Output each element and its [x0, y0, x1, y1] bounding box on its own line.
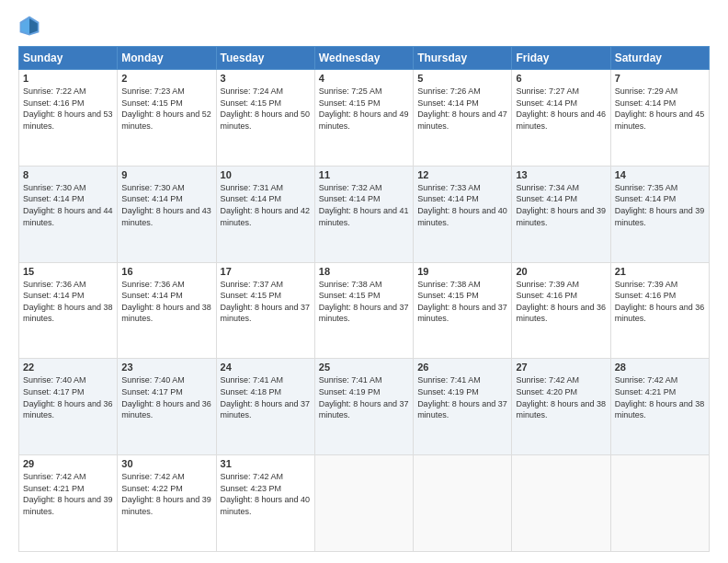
day-number: 26: [417, 362, 507, 373]
day-info: Sunrise: 7:42 AMSunset: 4:22 PMDaylight:…: [121, 472, 211, 516]
calendar-cell: 26 Sunrise: 7:41 AMSunset: 4:19 PMDaylig…: [414, 359, 512, 455]
calendar-cell: 6 Sunrise: 7:27 AMSunset: 4:14 PMDayligh…: [512, 70, 610, 167]
calendar-cell: 14 Sunrise: 7:35 AMSunset: 4:14 PMDaylig…: [610, 166, 709, 262]
day-info: Sunrise: 7:24 AMSunset: 4:15 PMDaylight:…: [221, 86, 311, 131]
calendar-cell: 31 Sunrise: 7:42 AMSunset: 4:23 PMDaylig…: [216, 455, 314, 552]
day-number: 8: [23, 169, 113, 180]
day-number: 29: [23, 458, 113, 469]
day-number: 9: [121, 169, 211, 180]
day-info: Sunrise: 7:42 AMSunset: 4:21 PMDaylight:…: [23, 472, 113, 516]
day-number: 16: [121, 266, 211, 277]
day-info: Sunrise: 7:34 AMSunset: 4:14 PMDaylight:…: [516, 183, 606, 227]
day-number: 20: [516, 266, 606, 277]
calendar-cell: 5 Sunrise: 7:26 AMSunset: 4:14 PMDayligh…: [414, 70, 512, 167]
calendar-cell: 3 Sunrise: 7:24 AMSunset: 4:15 PMDayligh…: [216, 70, 314, 167]
day-number: 13: [516, 169, 606, 180]
weekday-header-tuesday: Tuesday: [216, 47, 314, 70]
calendar-week-2: 8 Sunrise: 7:30 AMSunset: 4:14 PMDayligh…: [19, 166, 710, 262]
day-number: 21: [615, 266, 705, 277]
day-info: Sunrise: 7:40 AMSunset: 4:17 PMDaylight:…: [23, 375, 113, 419]
day-info: Sunrise: 7:41 AMSunset: 4:18 PMDaylight:…: [221, 375, 311, 419]
day-number: 7: [615, 73, 705, 84]
calendar-cell: 4 Sunrise: 7:25 AMSunset: 4:15 PMDayligh…: [314, 70, 413, 167]
day-info: Sunrise: 7:29 AMSunset: 4:14 PMDaylight:…: [615, 86, 705, 131]
day-number: 19: [417, 266, 507, 277]
day-info: Sunrise: 7:42 AMSunset: 4:21 PMDaylight:…: [615, 375, 705, 419]
calendar-cell: 24 Sunrise: 7:41 AMSunset: 4:18 PMDaylig…: [216, 359, 314, 455]
day-info: Sunrise: 7:36 AMSunset: 4:14 PMDaylight:…: [121, 280, 211, 324]
calendar-week-4: 22 Sunrise: 7:40 AMSunset: 4:17 PMDaylig…: [19, 359, 710, 455]
weekday-header-saturday: Saturday: [610, 47, 709, 70]
day-info: Sunrise: 7:30 AMSunset: 4:14 PMDaylight:…: [121, 183, 211, 227]
calendar-cell: 18 Sunrise: 7:38 AMSunset: 4:15 PMDaylig…: [314, 262, 413, 359]
weekday-header-wednesday: Wednesday: [314, 47, 413, 70]
day-number: 6: [516, 73, 606, 84]
calendar-cell: [314, 455, 413, 552]
day-info: Sunrise: 7:41 AMSunset: 4:19 PMDaylight:…: [417, 375, 507, 419]
day-number: 1: [23, 73, 113, 84]
calendar-cell: 9 Sunrise: 7:30 AMSunset: 4:14 PMDayligh…: [118, 166, 216, 262]
calendar-cell: 30 Sunrise: 7:42 AMSunset: 4:22 PMDaylig…: [118, 455, 216, 552]
day-number: 25: [319, 362, 409, 373]
calendar-cell: 13 Sunrise: 7:34 AMSunset: 4:14 PMDaylig…: [512, 166, 610, 262]
calendar-cell: 15 Sunrise: 7:36 AMSunset: 4:14 PMDaylig…: [19, 262, 118, 359]
day-number: 3: [221, 73, 311, 84]
day-number: 28: [615, 362, 705, 373]
day-info: Sunrise: 7:40 AMSunset: 4:17 PMDaylight:…: [121, 375, 211, 419]
day-number: 10: [221, 169, 311, 180]
day-info: Sunrise: 7:37 AMSunset: 4:15 PMDaylight:…: [221, 280, 311, 324]
calendar-cell: 8 Sunrise: 7:30 AMSunset: 4:14 PMDayligh…: [19, 166, 118, 262]
calendar-cell: 23 Sunrise: 7:40 AMSunset: 4:17 PMDaylig…: [118, 359, 216, 455]
day-info: Sunrise: 7:39 AMSunset: 4:16 PMDaylight:…: [516, 280, 606, 324]
calendar-cell: 28 Sunrise: 7:42 AMSunset: 4:21 PMDaylig…: [610, 359, 709, 455]
day-number: 5: [417, 73, 507, 84]
day-number: 22: [23, 362, 113, 373]
day-number: 24: [221, 362, 311, 373]
calendar-week-1: 1 Sunrise: 7:22 AMSunset: 4:16 PMDayligh…: [19, 70, 710, 167]
calendar-cell: 25 Sunrise: 7:41 AMSunset: 4:19 PMDaylig…: [314, 359, 413, 455]
calendar-cell: 11 Sunrise: 7:32 AMSunset: 4:14 PMDaylig…: [314, 166, 413, 262]
calendar-cell: 22 Sunrise: 7:40 AMSunset: 4:17 PMDaylig…: [19, 359, 118, 455]
day-number: 12: [417, 169, 507, 180]
header: [18, 15, 710, 37]
day-number: 17: [221, 266, 311, 277]
day-number: 30: [121, 458, 211, 469]
day-number: 18: [319, 266, 409, 277]
day-info: Sunrise: 7:25 AMSunset: 4:15 PMDaylight:…: [319, 86, 409, 131]
day-info: Sunrise: 7:33 AMSunset: 4:14 PMDaylight:…: [417, 183, 507, 227]
calendar-cell: 2 Sunrise: 7:23 AMSunset: 4:15 PMDayligh…: [118, 70, 216, 167]
day-number: 31: [221, 458, 311, 469]
day-info: Sunrise: 7:23 AMSunset: 4:15 PMDaylight:…: [121, 86, 211, 131]
weekday-header-monday: Monday: [118, 47, 216, 70]
day-number: 27: [516, 362, 606, 373]
day-number: 23: [121, 362, 211, 373]
day-info: Sunrise: 7:35 AMSunset: 4:14 PMDaylight:…: [615, 183, 705, 227]
day-info: Sunrise: 7:30 AMSunset: 4:14 PMDaylight:…: [23, 183, 113, 227]
day-info: Sunrise: 7:42 AMSunset: 4:20 PMDaylight:…: [516, 375, 606, 419]
logo: [18, 15, 44, 37]
day-info: Sunrise: 7:26 AMSunset: 4:14 PMDaylight:…: [417, 86, 507, 131]
calendar-cell: 7 Sunrise: 7:29 AMSunset: 4:14 PMDayligh…: [610, 70, 709, 167]
day-info: Sunrise: 7:38 AMSunset: 4:15 PMDaylight:…: [319, 280, 409, 324]
day-info: Sunrise: 7:32 AMSunset: 4:14 PMDaylight:…: [319, 183, 409, 227]
day-info: Sunrise: 7:31 AMSunset: 4:14 PMDaylight:…: [221, 183, 311, 227]
day-info: Sunrise: 7:39 AMSunset: 4:16 PMDaylight:…: [615, 280, 705, 324]
weekday-header-thursday: Thursday: [414, 47, 512, 70]
calendar-cell: [610, 455, 709, 552]
day-number: 11: [319, 169, 409, 180]
calendar-table: SundayMondayTuesdayWednesdayThursdayFrid…: [18, 46, 710, 552]
weekday-header-row: SundayMondayTuesdayWednesdayThursdayFrid…: [19, 47, 710, 70]
day-number: 2: [121, 73, 211, 84]
day-info: Sunrise: 7:27 AMSunset: 4:14 PMDaylight:…: [516, 86, 606, 131]
calendar-cell: 21 Sunrise: 7:39 AMSunset: 4:16 PMDaylig…: [610, 262, 709, 359]
calendar-cell: 29 Sunrise: 7:42 AMSunset: 4:21 PMDaylig…: [19, 455, 118, 552]
calendar-cell: [414, 455, 512, 552]
calendar-week-3: 15 Sunrise: 7:36 AMSunset: 4:14 PMDaylig…: [19, 262, 710, 359]
day-info: Sunrise: 7:41 AMSunset: 4:19 PMDaylight:…: [319, 375, 409, 419]
day-info: Sunrise: 7:42 AMSunset: 4:23 PMDaylight:…: [221, 472, 311, 516]
calendar-cell: [512, 455, 610, 552]
day-info: Sunrise: 7:36 AMSunset: 4:14 PMDaylight:…: [23, 280, 113, 324]
calendar-cell: 10 Sunrise: 7:31 AMSunset: 4:14 PMDaylig…: [216, 166, 314, 262]
calendar-cell: 16 Sunrise: 7:36 AMSunset: 4:14 PMDaylig…: [118, 262, 216, 359]
weekday-header-sunday: Sunday: [19, 47, 118, 70]
